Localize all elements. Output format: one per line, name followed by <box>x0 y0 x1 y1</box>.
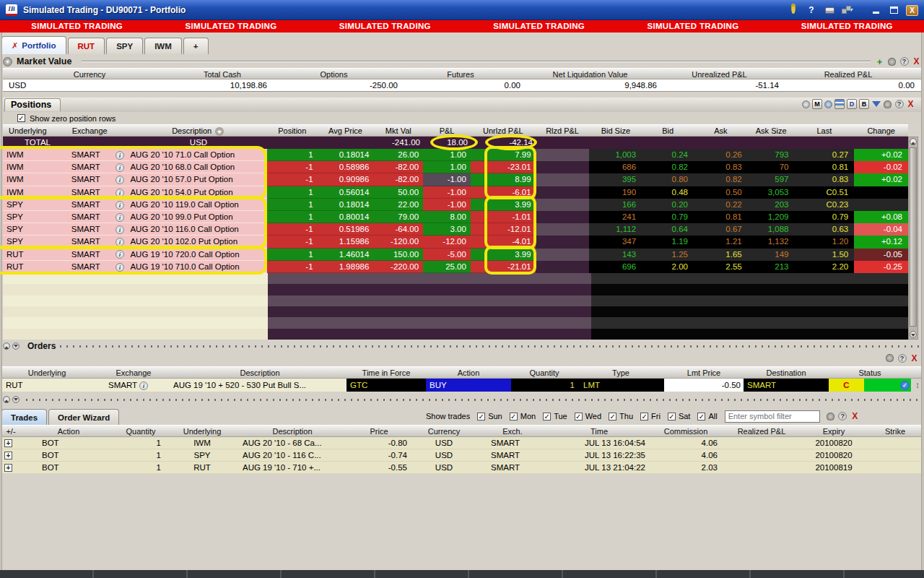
print-icon[interactable] <box>824 4 835 16</box>
order-col-header[interactable]: Destination <box>744 367 829 378</box>
cell-bid[interactable]: 0.48 <box>642 186 694 199</box>
collapse-down-icon[interactable] <box>12 396 19 403</box>
cell-ask[interactable]: 2.55 <box>694 261 748 273</box>
help-icon[interactable]: ? <box>898 354 907 363</box>
order-col-header[interactable]: Lmt Price <box>664 367 744 378</box>
info-icon[interactable]: i <box>116 263 124 272</box>
trade-col-header[interactable]: Exch. <box>476 426 549 436</box>
cell-bid-size[interactable]: 395 <box>589 173 642 186</box>
sphere-icon[interactable] <box>824 100 832 108</box>
checkbox-mon[interactable]: ✓ <box>510 413 518 420</box>
info-icon[interactable]: i <box>116 213 124 222</box>
position-row[interactable]: IWMSMARTiAUG 20 '10 71.0 Call Option10.1… <box>3 149 908 161</box>
cell-tif[interactable]: GTC <box>346 379 426 392</box>
b-button[interactable]: B <box>859 99 869 109</box>
order-col-header[interactable]: Description <box>173 367 346 378</box>
help-icon[interactable]: ? <box>838 412 847 420</box>
pos-col-header[interactable]: Change <box>854 125 908 136</box>
trade-row[interactable]: +BOT1IWMAUG 20 '10 - 68 Ca...-0.80USDSMA… <box>0 437 924 449</box>
cell-last[interactable]: 0.63 <box>795 223 855 236</box>
checkbox-wed[interactable]: ✓ <box>575 413 583 420</box>
restore-button[interactable] <box>888 4 899 16</box>
pos-col-header[interactable]: Rlzd P&L <box>536 125 590 136</box>
order-row[interactable]: RUTSMART iAUG 19 '10 + 520 - 530 Put Bul… <box>0 379 924 392</box>
info-icon[interactable]: i <box>116 163 124 172</box>
d-button[interactable]: D <box>847 99 857 109</box>
tab-iwm[interactable]: IWM <box>144 38 182 54</box>
collapse-up-icon[interactable] <box>3 342 10 350</box>
cell-ask-size[interactable]: 70 <box>748 161 795 173</box>
positions-scrollbar[interactable] <box>908 137 918 340</box>
info-icon[interactable]: i <box>116 176 124 184</box>
cell-lmt-price[interactable]: -0.50 <box>664 379 744 392</box>
cell-ask-size[interactable]: 203 <box>748 199 795 211</box>
cell-bid[interactable]: 0.20 <box>642 199 694 211</box>
mv-col-header[interactable]: Realized P&L <box>780 69 916 79</box>
order-col-header[interactable]: Exchange <box>94 367 173 378</box>
info-icon[interactable]: i <box>116 250 124 259</box>
close-button[interactable]: X <box>906 5 918 16</box>
info-icon[interactable]: i <box>116 201 124 210</box>
info-icon[interactable]: i <box>116 189 124 197</box>
cell-bid[interactable]: 1.19 <box>642 236 694 248</box>
scrollbar-thumb[interactable] <box>910 147 917 327</box>
checkbox-all[interactable]: ✓ <box>697 413 705 420</box>
configure-icon[interactable] <box>886 354 894 362</box>
position-row[interactable]: SPYSMARTiAUG 20 '10 99.0 Put Option10.80… <box>3 211 908 223</box>
order-col-header[interactable]: Underlying <box>0 367 94 378</box>
cell-ask[interactable]: 0.83 <box>694 161 748 173</box>
position-row[interactable]: IWMSMARTiAUG 20 '10 68.0 Call Option-10.… <box>3 161 908 173</box>
info-icon[interactable]: i <box>116 238 124 246</box>
trade-col-header[interactable]: +/- <box>0 426 22 436</box>
collapse-down-icon[interactable] <box>12 342 19 350</box>
trade-col-header[interactable]: Commission <box>650 426 722 436</box>
close-section-icon[interactable]: X <box>906 100 915 109</box>
cell-last[interactable]: 0.79 <box>795 211 855 223</box>
cell-bid-size[interactable]: 347 <box>589 236 642 248</box>
order-col-header[interactable]: Type <box>578 367 664 378</box>
cell-ask-size[interactable]: 597 <box>748 173 795 186</box>
pos-col-header[interactable]: Bid <box>642 125 694 136</box>
cell-bid[interactable]: 0.79 <box>642 211 694 223</box>
radio-icon[interactable] <box>802 100 810 108</box>
tab-spy[interactable]: SPY <box>106 38 143 54</box>
cell-quantity[interactable]: 1 <box>511 379 578 392</box>
positions-title[interactable]: Positions <box>4 98 61 111</box>
trade-col-header[interactable]: Description <box>238 426 346 436</box>
trade-col-header[interactable]: Currency <box>411 426 476 436</box>
mv-col-header[interactable]: Options <box>269 69 399 79</box>
cell-bid-size[interactable]: 241 <box>589 211 642 223</box>
pos-col-header[interactable]: Position <box>267 125 318 136</box>
cell-bid-size[interactable]: 686 <box>589 161 642 173</box>
trade-col-header[interactable]: Realized P&L <box>722 426 801 436</box>
position-row[interactable]: RUTSMARTiAUG 19 '10 720.0 Call Option11.… <box>3 249 908 261</box>
order-col-header[interactable]: Action <box>426 367 511 378</box>
mv-col-header[interactable]: Futures <box>399 69 522 79</box>
checkbox-fri[interactable]: ✓ <box>640 413 648 420</box>
collapse-up-icon[interactable] <box>3 396 10 403</box>
add-icon[interactable]: + <box>875 57 884 66</box>
cell-last[interactable]: 0.83 <box>795 173 855 186</box>
tab-trades[interactable]: Trades <box>1 409 47 425</box>
close-section-icon[interactable]: X <box>910 353 919 363</box>
cell-ask[interactable]: 0.50 <box>694 186 748 199</box>
cell-ask-size[interactable]: 1,088 <box>748 223 795 236</box>
checkbox-sat[interactable]: ✓ <box>668 413 676 420</box>
pos-col-header[interactable]: Ask Size <box>748 125 795 136</box>
minimize-button[interactable] <box>870 4 881 16</box>
cell-ask[interactable]: 0.82 <box>694 173 748 186</box>
cell-ask-size[interactable]: 3,053 <box>748 186 795 199</box>
mv-col-header[interactable]: Net Liquidation Value <box>522 69 658 79</box>
order-col-header[interactable]: Time in Force <box>346 367 426 378</box>
position-row[interactable]: RUTSMARTiAUG 19 '10 710.0 Call Option-11… <box>3 261 908 273</box>
close-tab-icon[interactable]: ✗ <box>12 41 18 51</box>
cell-type[interactable]: LMT <box>578 379 664 392</box>
mv-col-header[interactable]: Total Cash <box>176 69 269 79</box>
position-row[interactable]: SPYSMARTiAUG 20 '10 119.0 Call Option10.… <box>3 199 908 211</box>
cell-ask-size[interactable]: 1,132 <box>748 236 795 248</box>
cell-ask-size[interactable]: 213 <box>748 261 795 273</box>
pos-col-header[interactable]: Avg Price <box>318 125 374 136</box>
trade-col-header[interactable]: Expiry <box>801 426 866 436</box>
order-col-header[interactable]: Status <box>829 367 911 378</box>
configure-icon[interactable] <box>827 413 834 420</box>
